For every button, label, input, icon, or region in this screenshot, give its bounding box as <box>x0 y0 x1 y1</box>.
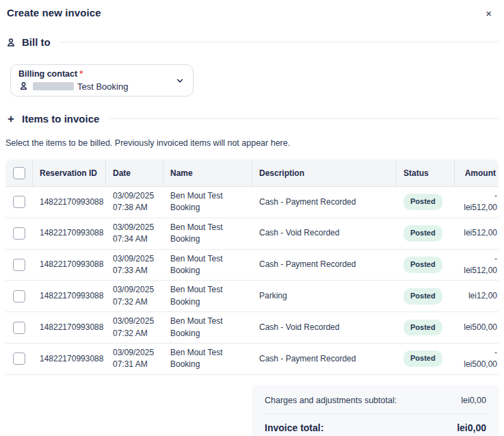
table-header-row: Reservation ID Date Name Description Sta… <box>5 159 499 187</box>
billing-contact-value: Test Booking <box>18 81 170 92</box>
invoice-total-label: Invoice total: <box>265 422 323 433</box>
name-cell: Ben Mout Test Booking <box>163 344 252 374</box>
date-cell: 03/09/2025 07:32 AM <box>106 281 163 311</box>
status-badge: Posted <box>403 194 442 210</box>
items-section-title: Items to invoice <box>22 113 99 125</box>
amount-cell: - lei512,00 <box>455 250 499 281</box>
table-body: 14822170993088 03/09/2025 07:38 AM Ben M… <box>5 187 499 375</box>
reservation-id-cell: 14822170993088 <box>33 312 106 343</box>
row-checkbox[interactable] <box>13 259 25 271</box>
reservation-id-cell: 14822170993088 <box>33 281 106 311</box>
name-cell: Ben Mout Test Booking <box>163 218 252 249</box>
column-header-name: Name <box>163 159 252 186</box>
amount-cell: - lei512,00 <box>455 187 499 218</box>
description-cell: Cash - Payment Recorded <box>252 344 397 374</box>
invoice-total-row: Invoice total: lei0,00 <box>265 422 486 433</box>
table-row: 14822170993088 03/09/2025 07:32 AM Ben M… <box>5 281 499 312</box>
date-cell: 03/09/2025 07:32 AM <box>106 312 163 343</box>
name-cell: Ben Mout Test Booking <box>163 187 252 218</box>
row-checkbox[interactable] <box>13 196 25 208</box>
row-checkbox[interactable] <box>13 290 25 303</box>
reservation-id-cell: 14822170993088 <box>33 187 106 218</box>
row-checkbox[interactable] <box>13 227 25 240</box>
column-header-reservation-id: Reservation ID <box>33 159 106 186</box>
reservation-id-cell: 14822170993088 <box>33 218 106 249</box>
row-checkbox[interactable] <box>13 352 25 365</box>
person-icon <box>18 81 29 92</box>
status-badge: Posted <box>403 257 442 273</box>
column-header-status: Status <box>397 159 455 186</box>
description-cell: Cash - Payment Recorded <box>252 250 397 281</box>
amount-cell: lei512,00 <box>455 218 499 249</box>
section-divider <box>109 118 499 119</box>
name-cell: Ben Mout Test Booking <box>163 250 252 281</box>
redacted-name-block <box>33 82 74 90</box>
table-row: 14822170993088 03/09/2025 07:33 AM Ben M… <box>5 250 499 281</box>
subtotal-row: Charges and adjustments subtotal: lei0,0… <box>265 396 486 405</box>
invoice-items-table: Reservation ID Date Name Description Sta… <box>5 159 499 375</box>
chevron-down-icon <box>175 76 185 86</box>
close-icon[interactable]: × <box>483 7 494 20</box>
table-row: 14822170993088 03/09/2025 07:31 AM Ben M… <box>5 344 499 375</box>
invoice-summary-panel: Charges and adjustments subtotal: lei0,0… <box>252 385 499 436</box>
column-header-date: Date <box>106 159 163 186</box>
name-cell: Ben Mout Test Booking <box>163 281 252 311</box>
section-divider <box>60 42 499 42</box>
plus-icon: + <box>5 114 16 125</box>
description-cell: Cash - Void Recorded <box>252 312 397 343</box>
reservation-id-cell: 14822170993088 <box>33 250 106 281</box>
select-all-checkbox[interactable] <box>13 167 25 179</box>
bill-to-section-header: Bill to <box>0 36 504 48</box>
select-all-cell <box>5 159 33 186</box>
subtotal-label: Charges and adjustments subtotal: <box>265 396 397 405</box>
status-badge: Posted <box>403 288 442 305</box>
table-row: 14822170993088 03/09/2025 07:34 AM Ben M… <box>5 218 499 250</box>
billing-contact-label: Billing contact* <box>18 69 170 79</box>
date-cell: 03/09/2025 07:38 AM <box>106 187 163 218</box>
status-badge: Posted <box>403 320 442 336</box>
person-icon <box>5 37 16 48</box>
column-header-amount: Amount <box>455 159 499 186</box>
column-header-description: Description <box>252 159 397 186</box>
amount-cell: - lei500,00 <box>455 344 499 374</box>
table-row: 14822170993088 03/09/2025 07:32 AM Ben M… <box>5 312 499 344</box>
items-section-header: + Items to invoice <box>0 113 504 125</box>
row-checkbox[interactable] <box>13 322 25 334</box>
reservation-id-cell: 14822170993088 <box>33 344 106 374</box>
description-cell: Parking <box>252 281 397 311</box>
billing-contact-name: Test Booking <box>77 81 128 92</box>
subtotal-value: lei0,00 <box>461 396 486 405</box>
page-title: Create new invoice <box>7 7 101 18</box>
status-badge: Posted <box>403 225 442 242</box>
required-asterisk: * <box>79 69 83 79</box>
amount-cell: lei500,00 <box>455 312 499 343</box>
name-cell: Ben Mout Test Booking <box>163 312 252 343</box>
billing-contact-select[interactable]: Billing contact* Test Booking <box>10 64 194 97</box>
create-invoice-modal: Create new invoice × Bill to Billing con… <box>0 0 504 436</box>
items-helper-text: Select the items to be billed. Previousl… <box>5 138 499 148</box>
invoice-total-value: lei0,00 <box>457 422 486 433</box>
bill-to-title: Bill to <box>22 36 51 48</box>
description-cell: Cash - Void Recorded <box>252 218 397 249</box>
status-badge: Posted <box>403 350 442 367</box>
amount-cell: lei12,00 <box>455 281 499 311</box>
date-cell: 03/09/2025 07:31 AM <box>106 344 163 374</box>
summary-divider <box>265 413 486 414</box>
description-cell: Cash - Payment Recorded <box>252 187 397 218</box>
modal-header: Create new invoice × <box>0 0 504 20</box>
date-cell: 03/09/2025 07:34 AM <box>106 218 163 249</box>
table-row: 14822170993088 03/09/2025 07:38 AM Ben M… <box>5 187 499 218</box>
date-cell: 03/09/2025 07:33 AM <box>106 250 163 281</box>
